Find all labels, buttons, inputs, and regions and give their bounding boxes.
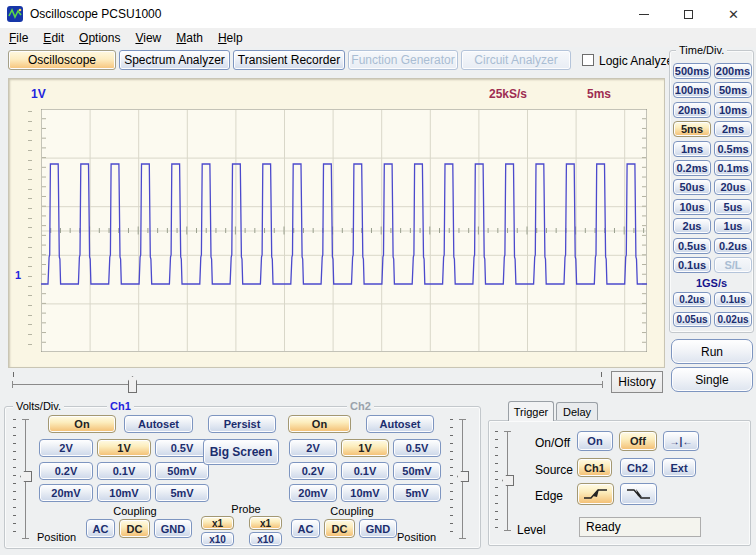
timediv-button-0-5ms[interactable]: 0.5ms [714, 141, 752, 157]
ch1-position-thumb[interactable] [20, 471, 32, 482]
gigasample-button-0-2us[interactable]: 0.2us [673, 292, 711, 307]
ch2-range-20mv[interactable]: 20mV [289, 484, 337, 502]
voltsdiv-title: Volts/Div. [13, 400, 64, 412]
mode-tab-spectrum-analyzer[interactable]: Spectrum Analyzer [119, 50, 230, 70]
ch2-range-2v[interactable]: 2V [289, 439, 337, 457]
trigger-set-half-button[interactable]: →|← [663, 431, 699, 451]
menu-file[interactable]: File [3, 29, 37, 47]
gigasample-button-0-05us[interactable]: 0.05us [673, 312, 711, 327]
ch2-range-10mv[interactable]: 10mV [341, 484, 389, 502]
ch2-range-0-5v[interactable]: 0.5V [393, 439, 441, 457]
menu-edit[interactable]: Edit [37, 29, 73, 47]
ch1-on-button[interactable]: On [48, 415, 116, 433]
ch1-range-0-1v[interactable]: 0.1V [97, 462, 151, 480]
close-button[interactable]: ✕ [711, 0, 756, 28]
trigger-level-slider[interactable] [493, 431, 517, 531]
timediv-button-0-2ms[interactable]: 0.2ms [673, 160, 711, 176]
timediv-button-200ms[interactable]: 200ms [714, 63, 752, 79]
ch1-coupling-ac[interactable]: AC [86, 519, 115, 538]
menu-options[interactable]: Options [73, 29, 129, 47]
big-screen-button[interactable]: Big Screen [203, 439, 279, 465]
ch2-position-thumb[interactable] [457, 471, 469, 482]
timediv-button-0-5us[interactable]: 0.5us [673, 238, 711, 254]
ch1-range-1v[interactable]: 1V [97, 439, 151, 457]
run-button[interactable]: Run [671, 339, 753, 364]
timediv-button-50ms[interactable]: 50ms [714, 82, 752, 98]
volts-per-div-readout: 1V [31, 87, 46, 101]
timediv-button-10us[interactable]: 10us [673, 199, 711, 215]
channel1-marker[interactable]: 1 [15, 269, 21, 281]
timediv-button-50us[interactable]: 50us [673, 179, 711, 195]
timediv-button-20us[interactable]: 20us [714, 179, 752, 195]
menu-math[interactable]: Math [170, 29, 212, 47]
tab-delay[interactable]: Delay [556, 402, 598, 421]
ch1-coupling-dc[interactable]: DC [119, 519, 150, 538]
ch1-range-10mv[interactable]: 10mV [97, 484, 151, 502]
trigger-on-button[interactable]: On [577, 431, 613, 451]
mode-tab-transient-recorder[interactable]: Transient Recorder [233, 50, 345, 70]
logic-analyzer-label: Logic Analyzer [599, 54, 677, 68]
probe-ch1-x10[interactable]: x10 [201, 532, 234, 546]
timediv-button-0-1us[interactable]: 0.1us [673, 257, 711, 273]
timediv-button-5ms[interactable]: 5ms [673, 121, 711, 137]
ch2-coupling-ac[interactable]: AC [291, 519, 320, 538]
horizontal-position-slider[interactable] [10, 370, 606, 396]
tab-trigger[interactable]: Trigger [508, 401, 554, 421]
ch2-coupling-gnd[interactable]: GND [359, 519, 397, 538]
timediv-button-2ms[interactable]: 2ms [714, 121, 752, 137]
ch2-autoset-button[interactable]: Autoset [366, 415, 434, 433]
ch2-range-1v[interactable]: 1V [341, 439, 389, 457]
trigger-off-button[interactable]: Off [619, 431, 657, 451]
ch1-range-50mv[interactable]: 50mV [155, 462, 209, 480]
timediv-button-1ms[interactable]: 1ms [673, 141, 711, 157]
ch1-autoset-button[interactable]: Autoset [124, 415, 193, 433]
ch1-position-slider[interactable] [11, 419, 35, 539]
ch2-range-5mv[interactable]: 5mV [393, 484, 441, 502]
timediv-button-0-1ms[interactable]: 0.1ms [714, 160, 752, 176]
ch1-range-5mv[interactable]: 5mV [155, 484, 209, 502]
waveform-plot [41, 109, 647, 352]
maximize-button[interactable] [666, 0, 711, 28]
trigger-source-ch1[interactable]: Ch1 [577, 458, 612, 477]
ch1-range-0-2v[interactable]: 0.2V [39, 462, 93, 480]
timediv-button-1us[interactable]: 1us [714, 218, 752, 234]
ch1-range-20mv[interactable]: 20mV [39, 484, 93, 502]
trigger-source-ch2[interactable]: Ch2 [620, 458, 655, 477]
ch1-coupling-gnd[interactable]: GND [154, 519, 192, 538]
gigasample-button-0-02us[interactable]: 0.02us [714, 312, 752, 327]
mode-tab-oscilloscope[interactable]: Oscilloscope [8, 50, 116, 70]
menu-view[interactable]: View [129, 29, 170, 47]
slider-thumb[interactable] [128, 376, 137, 393]
timediv-button-2us[interactable]: 2us [673, 218, 711, 234]
trigger-source-ext[interactable]: Ext [662, 458, 696, 477]
history-button[interactable]: History [611, 371, 663, 393]
timediv-button-10ms[interactable]: 10ms [714, 102, 752, 118]
ch1-range-0-5v[interactable]: 0.5V [155, 439, 209, 457]
timediv-button-0-2us[interactable]: 0.2us [714, 238, 752, 254]
ch2-position-slider[interactable] [448, 419, 472, 539]
logic-analyzer-checkbox[interactable] [582, 54, 594, 66]
persist-button[interactable]: Persist [208, 415, 276, 433]
rising-edge-button[interactable] [577, 483, 614, 505]
single-button[interactable]: Single [671, 367, 753, 392]
ch2-coupling-dc[interactable]: DC [324, 519, 355, 538]
timediv-button-5us[interactable]: 5us [714, 199, 752, 215]
trigger-source-label: Source [535, 463, 573, 477]
minimize-button[interactable] [621, 0, 666, 28]
trigger-level-thumb[interactable] [502, 475, 514, 486]
ch2-range-0-1v[interactable]: 0.1V [341, 462, 389, 480]
menu-help[interactable]: Help [212, 29, 252, 47]
probe-ch1-x1[interactable]: x1 [201, 516, 234, 530]
ch2-range-50mv[interactable]: 50mV [393, 462, 441, 480]
ch1-range-2v[interactable]: 2V [39, 439, 93, 457]
ch2-range-0-2v[interactable]: 0.2V [289, 462, 337, 480]
timediv-button-100ms[interactable]: 100ms [673, 82, 711, 98]
probe-ch2-x1[interactable]: x1 [249, 516, 282, 530]
ch2-label: Ch2 [347, 400, 374, 412]
probe-ch2-x10[interactable]: x10 [249, 532, 282, 546]
falling-edge-button[interactable] [620, 483, 657, 505]
timediv-button-20ms[interactable]: 20ms [673, 102, 711, 118]
timediv-button-500ms[interactable]: 500ms [673, 63, 711, 79]
ch2-on-button[interactable]: On [288, 415, 351, 433]
gigasample-button-0-1us[interactable]: 0.1us [714, 292, 752, 307]
